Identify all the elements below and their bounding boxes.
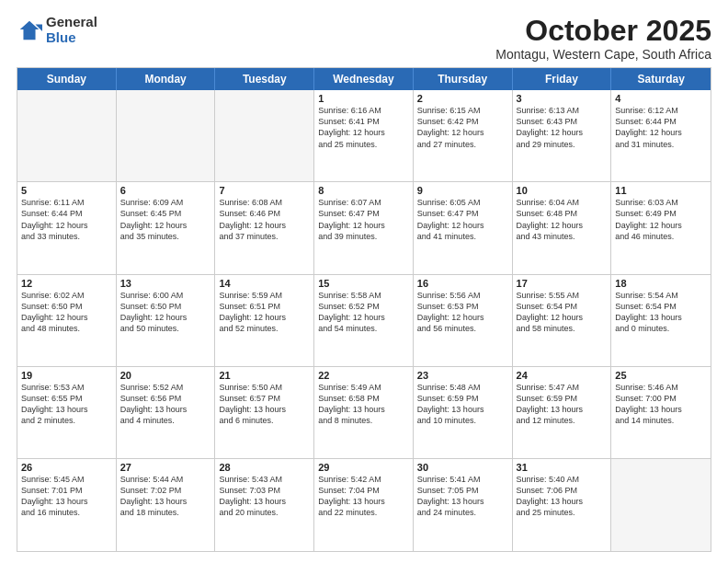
calendar-cell: 26Sunrise: 5:45 AMSunset: 7:01 PMDayligh… xyxy=(17,459,117,551)
day-number: 26 xyxy=(21,462,112,473)
calendar-cell: 27Sunrise: 5:44 AMSunset: 7:02 PMDayligh… xyxy=(117,459,216,551)
cell-details: Sunrise: 5:58 AMSunset: 6:52 PMDaylight:… xyxy=(318,290,409,335)
calendar-week-2: 5Sunrise: 6:11 AMSunset: 6:44 PMDaylight… xyxy=(17,182,711,274)
day-number: 24 xyxy=(517,370,608,381)
cell-details: Sunrise: 5:44 AMSunset: 7:02 PMDaylight:… xyxy=(120,474,211,519)
header-day-monday: Monday xyxy=(117,68,216,90)
cell-details: Sunrise: 5:54 AMSunset: 6:54 PMDaylight:… xyxy=(615,290,707,335)
day-number: 7 xyxy=(219,185,310,196)
day-number: 16 xyxy=(417,278,508,289)
cell-details: Sunrise: 6:04 AMSunset: 6:48 PMDaylight:… xyxy=(517,197,608,242)
header-day-thursday: Thursday xyxy=(414,68,513,90)
calendar-cell xyxy=(611,459,711,551)
cell-details: Sunrise: 5:42 AMSunset: 7:04 PMDaylight:… xyxy=(318,474,409,519)
calendar-cell: 19Sunrise: 5:53 AMSunset: 6:55 PMDayligh… xyxy=(17,367,117,458)
cell-details: Sunrise: 5:53 AMSunset: 6:55 PMDaylight:… xyxy=(21,382,112,427)
cell-details: Sunrise: 5:56 AMSunset: 6:53 PMDaylight:… xyxy=(417,290,508,335)
day-number: 13 xyxy=(120,278,211,289)
day-number: 3 xyxy=(517,93,608,104)
day-number: 9 xyxy=(417,185,508,196)
calendar-cell: 23Sunrise: 5:48 AMSunset: 6:59 PMDayligh… xyxy=(414,367,513,458)
calendar-cell: 6Sunrise: 6:09 AMSunset: 6:45 PMDaylight… xyxy=(117,182,216,273)
cell-details: Sunrise: 6:15 AMSunset: 6:42 PMDaylight:… xyxy=(417,105,508,150)
header-day-tuesday: Tuesday xyxy=(215,68,314,90)
header-day-sunday: Sunday xyxy=(17,68,117,90)
calendar-cell: 1Sunrise: 6:16 AMSunset: 6:41 PMDaylight… xyxy=(314,90,414,181)
day-number: 25 xyxy=(615,370,707,381)
calendar-cell: 16Sunrise: 5:56 AMSunset: 6:53 PMDayligh… xyxy=(414,275,513,366)
title-block: October 2025 Montagu, Western Cape, Sout… xyxy=(495,15,711,62)
cell-details: Sunrise: 5:59 AMSunset: 6:51 PMDaylight:… xyxy=(219,290,310,335)
calendar-cell: 5Sunrise: 6:11 AMSunset: 6:44 PMDaylight… xyxy=(17,182,117,273)
day-number: 14 xyxy=(219,278,310,289)
cell-details: Sunrise: 6:00 AMSunset: 6:50 PMDaylight:… xyxy=(120,290,211,335)
calendar-cell: 14Sunrise: 5:59 AMSunset: 6:51 PMDayligh… xyxy=(215,275,314,366)
calendar-cell: 7Sunrise: 6:08 AMSunset: 6:46 PMDaylight… xyxy=(215,182,314,273)
day-number: 30 xyxy=(417,462,508,473)
calendar-cell: 25Sunrise: 5:46 AMSunset: 7:00 PMDayligh… xyxy=(611,367,711,458)
cell-details: Sunrise: 6:11 AMSunset: 6:44 PMDaylight:… xyxy=(21,197,112,242)
cell-details: Sunrise: 6:03 AMSunset: 6:49 PMDaylight:… xyxy=(615,197,707,242)
calendar-body: 1Sunrise: 6:16 AMSunset: 6:41 PMDaylight… xyxy=(17,90,711,551)
calendar-cell xyxy=(17,90,117,181)
day-number: 11 xyxy=(615,185,707,196)
day-number: 1 xyxy=(318,93,409,104)
logo-text: General Blue xyxy=(46,15,97,45)
day-number: 12 xyxy=(21,278,112,289)
logo-general-text: General xyxy=(46,15,97,30)
calendar-week-1: 1Sunrise: 6:16 AMSunset: 6:41 PMDaylight… xyxy=(17,90,711,182)
header-day-saturday: Saturday xyxy=(611,68,711,90)
calendar-cell: 18Sunrise: 5:54 AMSunset: 6:54 PMDayligh… xyxy=(611,275,711,366)
calendar-week-4: 19Sunrise: 5:53 AMSunset: 6:55 PMDayligh… xyxy=(17,367,711,459)
day-number: 27 xyxy=(120,462,211,473)
calendar-cell: 13Sunrise: 6:00 AMSunset: 6:50 PMDayligh… xyxy=(117,275,216,366)
subtitle: Montagu, Western Cape, South Africa xyxy=(495,47,711,62)
calendar-cell: 3Sunrise: 6:13 AMSunset: 6:43 PMDaylight… xyxy=(513,90,612,181)
calendar-cell: 24Sunrise: 5:47 AMSunset: 6:59 PMDayligh… xyxy=(513,367,612,458)
day-number: 15 xyxy=(318,278,409,289)
day-number: 23 xyxy=(417,370,508,381)
cell-details: Sunrise: 6:16 AMSunset: 6:41 PMDaylight:… xyxy=(318,105,409,150)
calendar-header: SundayMondayTuesdayWednesdayThursdayFrid… xyxy=(17,68,711,90)
calendar-cell xyxy=(117,90,216,181)
calendar-cell: 28Sunrise: 5:43 AMSunset: 7:03 PMDayligh… xyxy=(215,459,314,551)
calendar-cell: 4Sunrise: 6:12 AMSunset: 6:44 PMDaylight… xyxy=(611,90,711,181)
page: General Blue October 2025 Montagu, Weste… xyxy=(0,0,728,563)
cell-details: Sunrise: 5:55 AMSunset: 6:54 PMDaylight:… xyxy=(517,290,608,335)
header-day-wednesday: Wednesday xyxy=(314,68,414,90)
calendar-cell: 12Sunrise: 6:02 AMSunset: 6:50 PMDayligh… xyxy=(17,275,117,366)
month-title: October 2025 xyxy=(495,15,711,47)
day-number: 5 xyxy=(21,185,112,196)
day-number: 31 xyxy=(517,462,608,473)
calendar-cell: 8Sunrise: 6:07 AMSunset: 6:47 PMDaylight… xyxy=(314,182,414,273)
cell-details: Sunrise: 5:40 AMSunset: 7:06 PMDaylight:… xyxy=(517,474,608,519)
calendar-cell: 9Sunrise: 6:05 AMSunset: 6:47 PMDaylight… xyxy=(414,182,513,273)
cell-details: Sunrise: 5:47 AMSunset: 6:59 PMDaylight:… xyxy=(517,382,608,427)
cell-details: Sunrise: 5:48 AMSunset: 6:59 PMDaylight:… xyxy=(417,382,508,427)
day-number: 22 xyxy=(318,370,409,381)
calendar-cell: 2Sunrise: 6:15 AMSunset: 6:42 PMDaylight… xyxy=(414,90,513,181)
day-number: 17 xyxy=(517,278,608,289)
calendar-cell: 15Sunrise: 5:58 AMSunset: 6:52 PMDayligh… xyxy=(314,275,414,366)
cell-details: Sunrise: 5:50 AMSunset: 6:57 PMDaylight:… xyxy=(219,382,310,427)
calendar-cell: 10Sunrise: 6:04 AMSunset: 6:48 PMDayligh… xyxy=(513,182,612,273)
calendar-cell: 29Sunrise: 5:42 AMSunset: 7:04 PMDayligh… xyxy=(314,459,414,551)
day-number: 28 xyxy=(219,462,310,473)
calendar-week-3: 12Sunrise: 6:02 AMSunset: 6:50 PMDayligh… xyxy=(17,275,711,367)
calendar-cell: 31Sunrise: 5:40 AMSunset: 7:06 PMDayligh… xyxy=(513,459,612,551)
calendar-cell: 17Sunrise: 5:55 AMSunset: 6:54 PMDayligh… xyxy=(513,275,612,366)
cell-details: Sunrise: 6:02 AMSunset: 6:50 PMDaylight:… xyxy=(21,290,112,335)
cell-details: Sunrise: 6:13 AMSunset: 6:43 PMDaylight:… xyxy=(517,105,608,150)
day-number: 29 xyxy=(318,462,409,473)
day-number: 10 xyxy=(517,185,608,196)
cell-details: Sunrise: 5:41 AMSunset: 7:05 PMDaylight:… xyxy=(417,474,508,519)
logo-blue-text: Blue xyxy=(46,30,97,46)
logo-icon xyxy=(17,17,42,43)
cell-details: Sunrise: 6:07 AMSunset: 6:47 PMDaylight:… xyxy=(318,197,409,242)
cell-details: Sunrise: 6:12 AMSunset: 6:44 PMDaylight:… xyxy=(615,105,707,150)
cell-details: Sunrise: 5:43 AMSunset: 7:03 PMDaylight:… xyxy=(219,474,310,519)
calendar: SundayMondayTuesdayWednesdayThursdayFrid… xyxy=(17,67,711,552)
calendar-cell: 21Sunrise: 5:50 AMSunset: 6:57 PMDayligh… xyxy=(215,367,314,458)
calendar-cell xyxy=(215,90,314,181)
cell-details: Sunrise: 6:05 AMSunset: 6:47 PMDaylight:… xyxy=(417,197,508,242)
